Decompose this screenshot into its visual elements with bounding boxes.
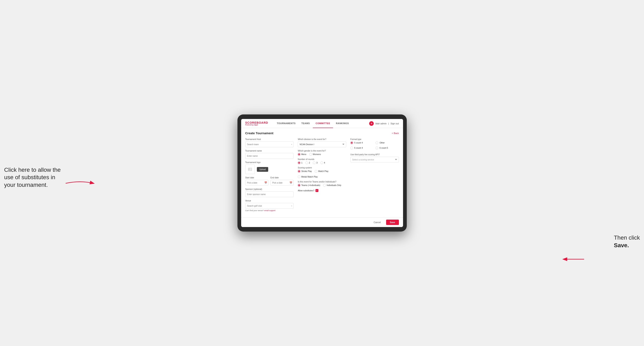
sponsor-label: Sponsor (optional) (245, 188, 294, 190)
format-5count4[interactable]: 5 count 4 (350, 142, 374, 144)
event-individuals[interactable]: Individuals Only (323, 184, 341, 187)
gender-label: Which gender is the event for? (298, 150, 346, 152)
scoring-medal-radio[interactable] (298, 175, 300, 178)
logo-area: Upload (245, 165, 294, 174)
tournament-host-input[interactable] (245, 142, 294, 147)
logo-brand: clippd (254, 124, 258, 126)
back-button[interactable]: < Back (392, 132, 399, 135)
round-4[interactable]: 4 (320, 162, 325, 164)
venue-section: Venue ▾ Can't find your venue? email sup… (245, 200, 294, 211)
tournament-host-input-wrapper: ▾ (245, 142, 294, 147)
round-1-label: 1 (301, 162, 302, 164)
round-1-radio[interactable] (298, 162, 300, 164)
nav-links: TOURNAMENTS TEAMS COMMITTEE RANKINGS (274, 119, 370, 128)
tablet-screen: SCOREBOARD Powered by clippd TOURNAMENTS… (241, 119, 403, 227)
format-6count4[interactable]: 6 count 4 (350, 147, 374, 149)
substitutes-label: Allow substitutes? (298, 189, 314, 192)
round-4-radio[interactable] (320, 162, 323, 164)
substitutes-section: Allow substitutes? (298, 189, 346, 192)
form-col-1: Tournament Host ▾ Tournament name Tourna (245, 138, 294, 214)
separator: | (388, 122, 389, 125)
cancel-button[interactable]: Cancel (370, 220, 384, 225)
round-2-radio[interactable] (306, 162, 308, 164)
logo-red: BOARD (256, 121, 268, 124)
upload-button[interactable]: Upload (257, 167, 268, 172)
end-date-label: End date (270, 176, 294, 179)
division-select[interactable]: NCAA Division I (298, 142, 346, 147)
scoring-section: Scoring system Stroke Play Match Play (298, 167, 346, 178)
scoring-stroke-radio[interactable] (298, 170, 300, 173)
format-5count4-label: 5 count 4 (354, 142, 363, 144)
page-header: Create Tournament < Back (245, 131, 399, 135)
format-section: Format type 5 count 4 Other (350, 138, 399, 151)
round-3[interactable]: 3 (313, 162, 318, 164)
host-dropdown-icon: ▾ (291, 143, 292, 146)
venue-dropdown-icon: ▾ (291, 205, 292, 207)
format-other[interactable]: Other (376, 142, 399, 144)
nav-rankings[interactable]: RANKINGS (333, 119, 352, 128)
event-individuals-label: Individuals Only (327, 184, 341, 186)
end-date-wrapper: 📅 (270, 180, 294, 185)
format-5count4-radio[interactable] (350, 142, 353, 144)
gender-radio-group: Mens Womens (298, 153, 346, 156)
format-6count4-radio[interactable] (350, 147, 353, 149)
nav-committee[interactable]: COMMITTEE (313, 119, 333, 128)
gender-womens[interactable]: Womens (309, 153, 321, 156)
logo-placeholder (245, 165, 255, 174)
gender-mens-radio[interactable] (298, 153, 300, 156)
venue-input[interactable] (245, 203, 294, 209)
event-type-label: Is this event for Teams and/or Individua… (298, 181, 346, 183)
nav-tournaments[interactable]: TOURNAMENTS (274, 119, 298, 128)
nav-bar: SCOREBOARD Powered by clippd TOURNAMENTS… (241, 119, 403, 128)
gender-mens-label: Mens (301, 153, 306, 156)
substitutes-checkbox[interactable] (316, 189, 318, 192)
event-teams-radio[interactable] (298, 184, 300, 187)
scoring-match-radio[interactable] (315, 170, 317, 173)
scoring-medal-match[interactable]: Medal Match Play (298, 175, 318, 178)
gender-mens[interactable]: Mens (298, 153, 306, 156)
round-3-radio[interactable] (313, 162, 316, 164)
scoring-api-select[interactable]: Select a scoring service (350, 157, 399, 163)
scoring-stroke-label: Stroke Play (301, 170, 312, 173)
venue-email-link[interactable]: email support (264, 209, 276, 211)
format-6count5-radio[interactable] (376, 147, 378, 149)
scoring-api-section: Use third-party live scoring API? Select… (350, 154, 399, 163)
calendar-icon-end: 📅 (290, 181, 292, 184)
tournament-name-input[interactable] (245, 153, 294, 159)
division-label: Which division is the event for? (298, 138, 346, 140)
gender-section: Which gender is the event for? Mens Wome… (298, 150, 346, 156)
tournament-logo-label: Tournament logo (245, 161, 294, 164)
scoring-api-label: Use third-party live scoring API? (350, 154, 399, 156)
scoring-stroke[interactable]: Stroke Play (298, 170, 312, 173)
end-date-field: End date 📅 (270, 176, 294, 185)
event-teams[interactable]: Teams (+Individuals) (298, 184, 320, 187)
round-1[interactable]: 1 (298, 162, 302, 164)
sponsor-input[interactable] (245, 191, 294, 197)
format-6count5[interactable]: 6 count 5 (376, 147, 399, 149)
annotation-right: Then click Save. (614, 234, 640, 249)
scoring-match[interactable]: Match Play (315, 170, 328, 173)
format-6count5-label: 6 count 5 (380, 147, 388, 149)
round-2[interactable]: 2 (306, 162, 310, 164)
venue-input-wrapper: ▾ (245, 203, 294, 209)
tournament-name-section: Tournament name (245, 150, 294, 159)
tournament-logo-section: Tournament logo Upload (245, 161, 294, 174)
round-3-label: 3 (316, 162, 318, 164)
scoring-radio-group: Stroke Play Match Play Medal Match Play (298, 170, 346, 178)
nav-teams[interactable]: TEAMS (298, 119, 313, 128)
venue-label: Venue (245, 200, 294, 202)
gender-womens-radio[interactable] (309, 153, 312, 156)
tournament-host-label: Tournament Host (245, 138, 294, 140)
start-date-wrapper: 📅 (245, 180, 268, 185)
format-other-radio[interactable] (376, 142, 378, 144)
event-type-section: Is this event for Teams and/or Individua… (298, 181, 346, 187)
sign-out-link[interactable]: Sign out (390, 122, 399, 125)
tournament-host-section: Tournament Host ▾ (245, 138, 294, 147)
start-date-field: Start date 📅 (245, 176, 268, 185)
save-button[interactable]: Save (386, 220, 399, 225)
sponsor-section: Sponsor (optional) (245, 188, 294, 197)
scoring-match-label: Match Play (318, 170, 328, 173)
form-col-2: Which division is the event for? NCAA Di… (298, 138, 346, 214)
event-individuals-radio[interactable] (323, 184, 326, 187)
nav-user: B blair admin | Sign out (369, 121, 399, 126)
